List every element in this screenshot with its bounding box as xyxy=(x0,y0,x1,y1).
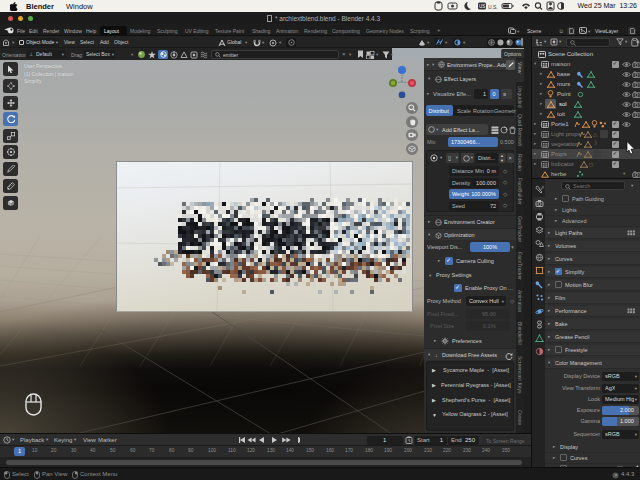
svg-text:US: US xyxy=(479,4,485,9)
svg-text:U.S.: U.S. xyxy=(488,4,498,10)
